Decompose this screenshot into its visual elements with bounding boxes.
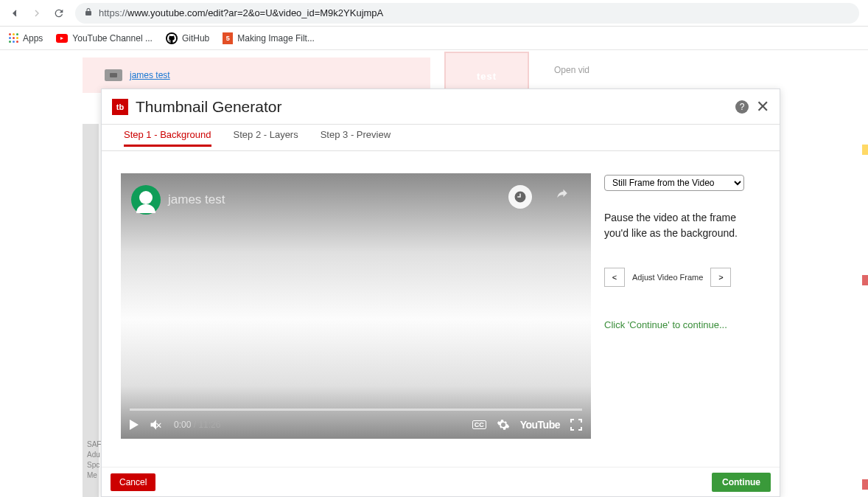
- video-controls: 0:00 / 11:26 CC YouTube: [130, 415, 582, 434]
- continue-hint: Click 'Continue' to continue...: [604, 319, 760, 330]
- tab-step1-background[interactable]: Step 1 - Background: [124, 129, 211, 147]
- channel-avatar-icon: [131, 185, 161, 215]
- settings-button[interactable]: [497, 418, 510, 431]
- cancel-button[interactable]: Cancel: [111, 473, 155, 491]
- fullscreen-button[interactable]: [570, 419, 582, 431]
- frame-adjust-controls: < Adjust Video Frame >: [604, 268, 760, 287]
- html5-icon: 5: [223, 32, 233, 44]
- apps-label: Apps: [23, 33, 43, 44]
- video-info-bar: james test: [83, 58, 430, 93]
- lock-icon: [84, 7, 93, 20]
- back-button[interactable]: [9, 7, 21, 19]
- share-button[interactable]: [556, 187, 569, 203]
- progress-bar[interactable]: [130, 409, 582, 411]
- sidebar-text: SAF Adu Spc Me: [87, 439, 101, 481]
- tab-step3-preview[interactable]: Step 3 - Preview: [321, 129, 391, 147]
- prev-frame-button[interactable]: <: [604, 268, 625, 287]
- continue-button[interactable]: Continue: [712, 473, 771, 492]
- bookmark-label: GitHub: [182, 33, 209, 44]
- video-title: james test: [168, 192, 225, 207]
- step-tabs: Step 1 - Background Step 2 - Layers Step…: [102, 125, 780, 151]
- help-button[interactable]: ?: [735, 100, 749, 114]
- thumbnail-generator-modal: tb Thumbnail Generator ? ✕ Step 1 - Back…: [101, 88, 780, 497]
- modal-title: Thumbnail Generator: [136, 98, 735, 116]
- modal-body: james test 0:00 / 11:26: [102, 151, 780, 467]
- tubebuddy-logo-icon: tb: [112, 99, 128, 115]
- modal-header: tb Thumbnail Generator ? ✕: [102, 89, 780, 125]
- bookmark-making-image[interactable]: 5 Making Image Filt...: [223, 32, 315, 44]
- video-header: james test: [131, 185, 225, 215]
- modal-footer: Cancel Continue: [102, 467, 780, 496]
- open-video-link[interactable]: Open vid: [554, 65, 589, 75]
- youtube-icon: [56, 34, 68, 43]
- url-text: https://www.youtube.com/edit?ar=2&o=U&vi…: [99, 7, 383, 18]
- adjust-label: Adjust Video Frame: [632, 273, 703, 282]
- apps-grid-icon: [9, 33, 18, 43]
- scrollbar-marker: [862, 145, 868, 155]
- watch-later-button[interactable]: [508, 185, 532, 209]
- next-frame-button[interactable]: >: [710, 268, 731, 287]
- apps-button[interactable]: Apps: [9, 33, 43, 44]
- scrollbar-marker: [862, 479, 868, 490]
- bookmark-github[interactable]: GitHub: [166, 32, 209, 44]
- thumbnail-icon: [105, 69, 122, 81]
- bookmark-youtube-channel[interactable]: YouTube Channel ...: [56, 33, 153, 44]
- bookmark-label: Making Image Filt...: [237, 33, 315, 44]
- mute-button[interactable]: [149, 417, 164, 432]
- close-button[interactable]: ✕: [756, 99, 769, 115]
- help-text: Pause the video at the frame you'd like …: [604, 210, 760, 241]
- forward-button[interactable]: [31, 7, 43, 19]
- video-player[interactable]: james test 0:00 / 11:26: [121, 173, 591, 439]
- github-icon: [166, 32, 178, 44]
- play-button[interactable]: [130, 420, 139, 430]
- youtube-logo-button[interactable]: YouTube: [520, 419, 560, 431]
- address-bar[interactable]: https://www.youtube.com/edit?ar=2&o=U&vi…: [75, 3, 859, 24]
- captions-button[interactable]: CC: [472, 420, 486, 429]
- browser-toolbar: https://www.youtube.com/edit?ar=2&o=U&vi…: [0, 0, 868, 27]
- settings-panel: Still Frame from the Video Pause the vid…: [604, 173, 760, 455]
- bookmarks-bar: Apps YouTube Channel ... GitHub 5 Making…: [0, 27, 868, 50]
- tab-step2-layers[interactable]: Step 2 - Layers: [234, 129, 298, 147]
- background-source-select[interactable]: Still Frame from the Video: [604, 175, 744, 191]
- refresh-button[interactable]: [53, 7, 65, 19]
- scrollbar-marker: [862, 275, 868, 285]
- video-title-link[interactable]: james test: [130, 70, 170, 80]
- time-display: 0:00 / 11:26: [174, 420, 220, 430]
- bookmark-label: YouTube Channel ...: [72, 33, 153, 44]
- page-background: james test test Open vid SAF Adu Spc Me …: [0, 50, 868, 497]
